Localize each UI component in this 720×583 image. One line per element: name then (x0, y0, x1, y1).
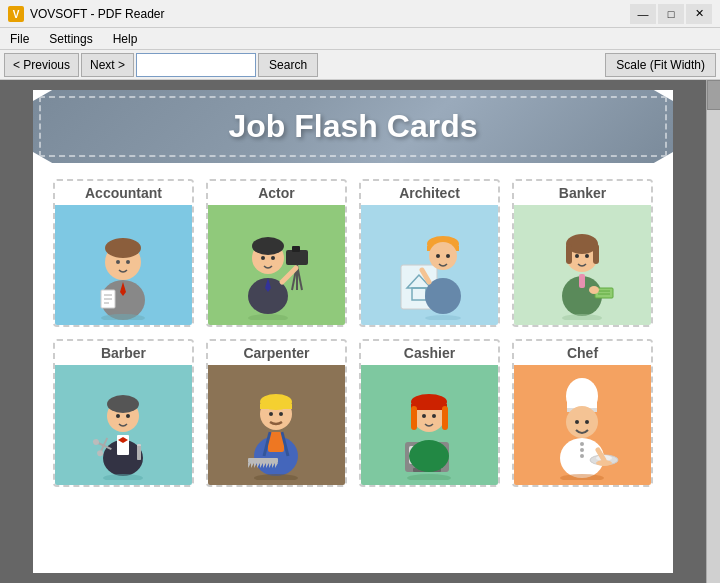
svg-point-110 (580, 442, 584, 446)
svg-point-59 (92, 438, 100, 446)
banker-illustration (540, 210, 625, 320)
svg-point-108 (585, 420, 589, 424)
search-input[interactable] (136, 53, 256, 77)
chef-illustration (540, 370, 625, 480)
toolbar: < Previous Next > Search Scale (Fit Widt… (0, 50, 720, 80)
minimize-button[interactable]: — (630, 4, 656, 24)
window-title: VOVSOFT - PDF Reader (30, 7, 630, 21)
svg-point-99 (409, 440, 449, 472)
card-chef-label: Chef (514, 341, 651, 365)
card-architect-label: Architect (361, 181, 498, 205)
svg-point-60 (96, 449, 104, 457)
svg-rect-97 (411, 406, 417, 430)
svg-rect-67 (260, 404, 292, 409)
svg-point-48 (589, 286, 599, 294)
svg-marker-75 (248, 463, 251, 468)
svg-point-116 (596, 460, 612, 466)
window-controls: — □ ✕ (630, 4, 712, 24)
menu-file[interactable]: File (0, 30, 39, 48)
card-accountant-label: Accountant (55, 181, 192, 205)
accountant-illustration (81, 210, 166, 320)
svg-point-34 (446, 254, 450, 258)
svg-marker-77 (254, 463, 257, 468)
svg-point-107 (575, 420, 579, 424)
svg-point-6 (126, 260, 130, 264)
maximize-button[interactable]: □ (658, 4, 684, 24)
svg-point-55 (116, 414, 120, 418)
card-barber: Barber (53, 339, 194, 487)
card-carpenter-image (208, 365, 345, 485)
svg-rect-74 (248, 458, 278, 463)
card-banker: Banker (512, 179, 653, 327)
svg-point-43 (575, 254, 579, 258)
svg-point-19 (252, 237, 284, 255)
content-area: Job Flash Cards Accountant (0, 80, 720, 583)
svg-marker-76 (251, 463, 254, 468)
cashier-illustration (387, 370, 472, 480)
flashcard-page: Job Flash Cards Accountant (33, 90, 673, 573)
svg-rect-14 (292, 246, 300, 252)
svg-point-85 (254, 474, 298, 480)
card-accountant-image (55, 205, 192, 325)
svg-point-73 (279, 412, 283, 416)
svg-point-23 (271, 256, 275, 260)
barber-illustration (81, 370, 166, 480)
card-chef: Chef (512, 339, 653, 487)
svg-point-44 (585, 254, 589, 258)
svg-rect-39 (566, 244, 572, 264)
pdf-viewer[interactable]: Job Flash Cards Accountant (0, 80, 706, 583)
menu-settings[interactable]: Settings (39, 30, 102, 48)
card-carpenter-label: Carpenter (208, 341, 345, 365)
svg-point-100 (422, 414, 426, 418)
card-carpenter: Carpenter (206, 339, 347, 487)
svg-point-111 (580, 448, 584, 452)
scrollbar-track[interactable] (706, 80, 720, 583)
card-architect-image (361, 205, 498, 325)
svg-point-4 (105, 238, 141, 258)
svg-point-12 (101, 314, 145, 320)
svg-point-112 (580, 454, 584, 458)
card-cashier: Cashier (359, 339, 500, 487)
scrollbar-thumb[interactable] (707, 80, 720, 110)
card-cashier-label: Cashier (361, 341, 498, 365)
cards-grid: Accountant (53, 179, 653, 487)
svg-point-101 (432, 414, 436, 418)
svg-point-51 (107, 395, 139, 413)
svg-point-56 (126, 414, 130, 418)
svg-point-72 (269, 412, 273, 416)
svg-point-5 (116, 260, 120, 264)
card-barber-image (55, 365, 192, 485)
card-chef-image (514, 365, 651, 485)
menu-bar: File Settings Help (0, 28, 720, 50)
carpenter-illustration (234, 370, 319, 480)
actor-illustration (234, 210, 319, 320)
card-actor: Actor (206, 179, 347, 327)
card-accountant: Accountant (53, 179, 194, 327)
card-banker-image (514, 205, 651, 325)
previous-button[interactable]: < Previous (4, 53, 79, 77)
svg-point-36 (425, 315, 461, 320)
page-banner: Job Flash Cards (33, 90, 673, 163)
card-actor-image (208, 205, 345, 325)
menu-help[interactable]: Help (103, 30, 148, 48)
next-button[interactable]: Next > (81, 53, 134, 77)
app-icon: V (8, 6, 24, 22)
card-actor-label: Actor (208, 181, 345, 205)
svg-point-22 (261, 256, 265, 260)
scale-button[interactable]: Scale (Fit Width) (605, 53, 716, 77)
architect-illustration (387, 210, 472, 320)
svg-point-33 (436, 254, 440, 258)
close-button[interactable]: ✕ (686, 4, 712, 24)
search-button[interactable]: Search (258, 53, 318, 77)
svg-point-25 (248, 314, 288, 320)
page-title: Job Flash Cards (73, 108, 633, 145)
svg-rect-42 (579, 274, 585, 288)
card-banker-label: Banker (514, 181, 651, 205)
card-barber-label: Barber (55, 341, 192, 365)
svg-point-64 (103, 474, 143, 480)
card-cashier-image (361, 365, 498, 485)
svg-text:V: V (13, 9, 20, 20)
svg-rect-13 (286, 250, 308, 265)
svg-rect-98 (442, 406, 448, 430)
svg-point-117 (560, 474, 604, 480)
